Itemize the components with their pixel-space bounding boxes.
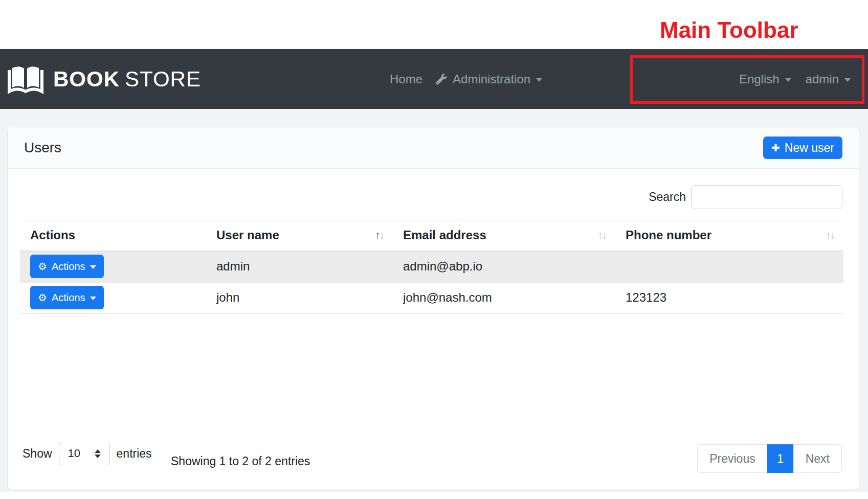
new-user-button[interactable]: ✚ New user (763, 137, 842, 159)
table-info-text: Showing 1 to 2 of 2 entries (171, 455, 310, 468)
search-row: Search (649, 185, 842, 209)
column-label: Actions (30, 228, 75, 242)
users-table: Actions User name ↑↓ Email address ↑↓ Ph… (20, 220, 843, 314)
row-actions-button[interactable]: ⚙ Actions (30, 255, 104, 278)
pagination-next-button[interactable]: Next (793, 444, 842, 473)
brand-title: BOOKSTORE (53, 67, 201, 92)
column-label: Email address (403, 228, 486, 242)
entries-label: entries (117, 447, 152, 461)
table-row: ⚙ Actions john john@nash.com 123123 (20, 282, 843, 313)
nav-home-label: Home (390, 72, 422, 86)
actions-cell: ⚙ Actions (20, 282, 206, 313)
page-title: Users (24, 140, 61, 156)
chevron-down-icon (90, 297, 96, 300)
user-name-cell: admin (206, 251, 393, 282)
actions-button-label: Actions (52, 292, 85, 304)
pagination: Previous 1 Next (697, 444, 842, 473)
wrench-icon (436, 74, 447, 85)
main-navbar: BOOKSTORE Home Administration English ad… (0, 49, 868, 109)
language-label: English (739, 72, 780, 86)
column-header-user-name[interactable]: User name ↑↓ (206, 220, 393, 251)
nav-item-home[interactable]: Home (390, 72, 422, 86)
phone-cell (615, 251, 843, 282)
column-label: Phone number (626, 228, 711, 242)
nav-item-administration[interactable]: Administration (436, 72, 542, 86)
gear-icon: ⚙ (38, 292, 47, 303)
page-size-value: 10 (68, 447, 80, 460)
email-cell: admin@abp.io (393, 251, 615, 282)
brand-light-text: STORE (125, 67, 201, 91)
open-book-icon (7, 64, 44, 95)
column-header-email-address[interactable]: Email address ↑↓ (393, 220, 615, 251)
actions-button-label: Actions (52, 261, 85, 273)
screen: Main Toolbar BOOKSTORE Home Administrati… (0, 0, 868, 499)
user-label: admin (806, 72, 839, 86)
show-label: Show (23, 447, 52, 461)
brand-bold-text: BOOK (53, 67, 120, 91)
card-header: Users ✚ New user (8, 127, 859, 169)
up-down-arrows-icon (95, 449, 101, 458)
chevron-down-icon (785, 78, 791, 82)
nav-toolbar: English admin (739, 49, 851, 109)
pagination-previous-button[interactable]: Previous (697, 444, 767, 473)
page-size-select[interactable]: 10 (59, 442, 110, 465)
brand-logo[interactable]: BOOKSTORE (7, 49, 201, 109)
main-toolbar-annotation: Main Toolbar (660, 17, 798, 43)
chevron-down-icon (90, 265, 96, 269)
sort-icon: ↑↓ (375, 229, 384, 241)
user-dropdown[interactable]: admin (806, 72, 851, 86)
table-row: ⚙ Actions admin admin@abp.io (20, 251, 843, 282)
new-user-label: New user (785, 141, 834, 155)
gear-icon: ⚙ (38, 261, 47, 271)
column-label: User name (216, 228, 279, 242)
actions-cell: ⚙ Actions (20, 251, 206, 282)
email-cell: john@nash.com (393, 282, 615, 313)
column-header-phone-number[interactable]: Phone number ↑↓ (615, 220, 843, 251)
search-label: Search (649, 190, 686, 204)
nav-menu: Home Administration (390, 49, 542, 109)
table-header-row: Actions User name ↑↓ Email address ↑↓ Ph… (20, 220, 843, 251)
search-input[interactable] (691, 185, 842, 209)
page-length-control: Show 10 entries (23, 442, 152, 465)
nav-administration-label: Administration (453, 72, 530, 86)
phone-cell: 123123 (615, 282, 843, 313)
row-actions-button[interactable]: ⚙ Actions (30, 286, 104, 309)
sort-icon: ↑↓ (597, 229, 606, 241)
plus-icon: ✚ (771, 143, 780, 153)
pagination-page-1-button[interactable]: 1 (767, 444, 794, 473)
sort-icon: ↑↓ (826, 229, 834, 241)
language-dropdown[interactable]: English (739, 72, 791, 86)
user-name-cell: john (206, 282, 393, 313)
chevron-down-icon (844, 78, 851, 82)
users-card: Users ✚ New user Search Actions User nam… (7, 127, 859, 489)
column-header-actions: Actions (20, 220, 206, 251)
chevron-down-icon (536, 78, 542, 82)
